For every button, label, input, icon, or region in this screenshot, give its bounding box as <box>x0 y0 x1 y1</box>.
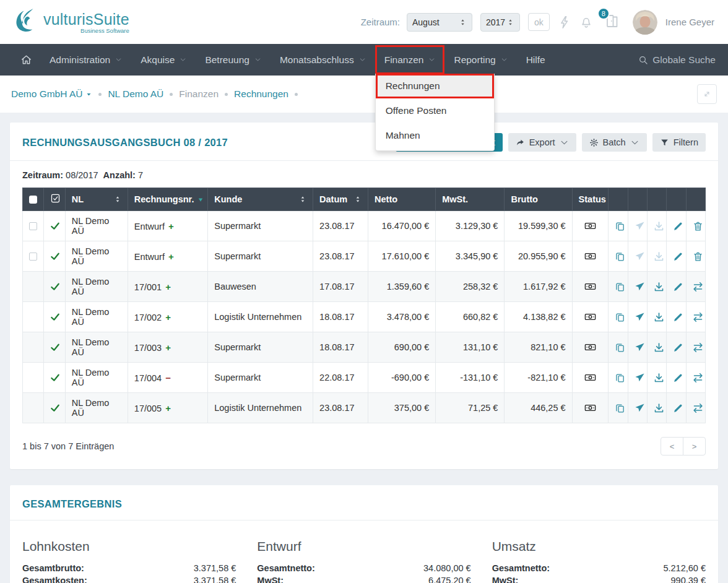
copy-icon[interactable] <box>615 282 625 292</box>
menu-item-mahnen[interactable]: Mahnen <box>376 123 494 148</box>
nav-item-betreuung[interactable]: Betreuung <box>196 44 271 76</box>
pencil-icon[interactable] <box>673 342 683 353</box>
expand-button[interactable] <box>697 84 717 104</box>
status-cell[interactable] <box>572 302 609 332</box>
pencil-icon[interactable] <box>673 373 683 383</box>
row-checkbox[interactable] <box>29 253 37 261</box>
send-icon[interactable] <box>635 221 645 231</box>
nav-home[interactable] <box>12 44 40 76</box>
copy-icon[interactable] <box>615 221 625 231</box>
send-icon[interactable] <box>635 251 645 262</box>
pencil-icon[interactable] <box>673 221 683 231</box>
menu-item-offene-posten[interactable]: Offene Posten <box>376 98 494 123</box>
pencil-icon[interactable] <box>673 251 683 262</box>
send-icon[interactable] <box>635 342 645 353</box>
money-icon[interactable] <box>584 251 597 262</box>
send-icon[interactable] <box>635 403 645 413</box>
lightning-icon[interactable] <box>558 15 571 29</box>
copy-icon[interactable] <box>615 312 625 322</box>
row-checkbox[interactable] <box>29 222 37 230</box>
status-cell[interactable] <box>572 393 609 423</box>
status-cell[interactable] <box>572 332 609 363</box>
download-icon[interactable] <box>654 403 664 413</box>
exchange-icon[interactable] <box>693 373 703 383</box>
send-icon[interactable] <box>635 282 645 292</box>
exchange-icon[interactable] <box>693 403 703 413</box>
download-icon[interactable] <box>654 251 664 262</box>
trash-icon[interactable] <box>693 221 703 231</box>
pencil-icon[interactable] <box>673 403 683 413</box>
export-button[interactable]: Export <box>508 133 576 152</box>
invoice-number-cell[interactable]: 17/001+ <box>128 272 207 302</box>
pencil-icon[interactable] <box>673 282 683 292</box>
app-logo[interactable]: vulturisSuite Business Software <box>14 7 129 38</box>
money-icon[interactable] <box>584 311 597 322</box>
exchange-icon[interactable] <box>693 312 703 322</box>
copy-icon[interactable] <box>615 373 625 383</box>
column-header-datum[interactable]: Datum <box>313 188 368 211</box>
trash-icon[interactable] <box>693 251 703 262</box>
column-header-kunde[interactable]: Kunde <box>208 188 313 211</box>
copy-icon[interactable] <box>615 251 625 262</box>
breadcrumb-item-rechnungen[interactable]: Rechnungen <box>234 89 288 100</box>
checked-column-header[interactable] <box>44 188 65 211</box>
download-icon[interactable] <box>654 312 664 322</box>
column-header-rechnungsnr[interactable]: Rechnungsnr. <box>128 188 207 211</box>
menu-item-rechnungen[interactable]: Rechnungen <box>376 74 494 98</box>
invoice-number-cell[interactable]: 17/002+ <box>128 302 207 332</box>
breadcrumb-item-demo-gmbh-a[interactable]: Demo GmbH AÜ <box>11 89 82 100</box>
status-cell[interactable] <box>572 211 609 241</box>
copy-icon[interactable] <box>615 342 625 353</box>
bell-icon[interactable] <box>579 15 593 29</box>
nav-item-hilfe[interactable]: Hilfe <box>517 44 555 76</box>
sort-both-icon[interactable] <box>354 195 362 204</box>
invoice-number-cell[interactable]: 17/003+ <box>128 332 207 363</box>
sort-both-icon[interactable] <box>114 195 121 204</box>
money-icon[interactable] <box>584 342 597 353</box>
prev-page-button[interactable]: < <box>661 437 683 456</box>
select-all-header[interactable] <box>23 188 44 211</box>
batch-button[interactable]: Batch <box>582 133 647 152</box>
money-icon[interactable] <box>584 402 597 413</box>
ok-button[interactable]: ok <box>528 13 550 31</box>
caret-down-icon[interactable] <box>85 91 92 98</box>
select-all-checkbox[interactable] <box>29 196 37 204</box>
exchange-icon[interactable] <box>693 282 703 292</box>
logout-button[interactable]: 8 <box>605 14 620 31</box>
copy-icon[interactable] <box>615 403 625 413</box>
invoice-number-cell[interactable]: 17/005+ <box>128 393 207 423</box>
download-icon[interactable] <box>654 373 664 383</box>
nav-item-finanzen[interactable]: FinanzenRechnungenOffene PostenMahnen <box>375 45 445 74</box>
nav-item-reporting[interactable]: Reporting <box>444 44 516 76</box>
month-select[interactable]: August <box>407 13 472 32</box>
status-cell[interactable] <box>572 272 609 302</box>
global-search[interactable]: Globale Suche <box>638 44 716 76</box>
invoice-number-cell[interactable]: Entwurf+ <box>128 241 207 272</box>
invoice-number-cell[interactable]: Entwurf+ <box>128 211 207 241</box>
money-icon[interactable] <box>584 281 597 292</box>
money-icon[interactable] <box>584 220 597 231</box>
breadcrumb-item-nl-demo-a[interactable]: NL Demo AÜ <box>108 89 163 100</box>
nav-item-administration[interactable]: Administration <box>40 44 131 76</box>
user-avatar[interactable] <box>633 10 657 35</box>
send-icon[interactable] <box>635 312 645 322</box>
pencil-icon[interactable] <box>673 312 683 322</box>
next-page-button[interactable]: > <box>683 437 706 456</box>
money-icon[interactable] <box>584 372 597 383</box>
status-cell[interactable] <box>572 241 609 272</box>
row-select-cell[interactable] <box>23 211 44 241</box>
column-header-nl[interactable]: NL <box>65 188 128 211</box>
download-icon[interactable] <box>654 282 664 292</box>
filter-button[interactable]: Filtern <box>652 133 706 152</box>
nav-item-monatsabschluss[interactable]: Monatsabschluss <box>271 44 375 76</box>
year-select[interactable]: 2017 <box>480 13 520 32</box>
sort-desc-icon[interactable] <box>197 195 204 204</box>
download-icon[interactable] <box>654 221 664 231</box>
sort-both-icon[interactable] <box>299 195 306 204</box>
nav-item-akquise[interactable]: Akquise <box>131 44 196 76</box>
download-icon[interactable] <box>654 342 664 353</box>
exchange-icon[interactable] <box>693 342 703 353</box>
row-select-cell[interactable] <box>23 241 44 272</box>
status-cell[interactable] <box>572 363 609 393</box>
send-icon[interactable] <box>635 373 645 383</box>
